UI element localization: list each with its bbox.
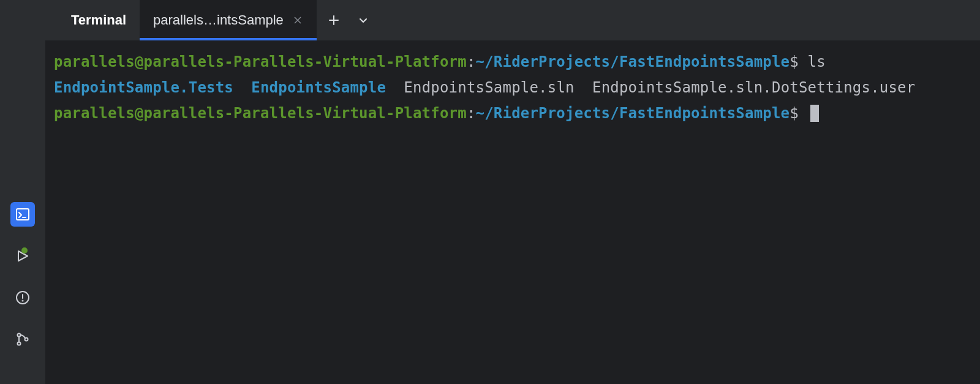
terminal-cursor	[810, 105, 819, 122]
prompt-path: ~/RiderProjects/FastEndpointsSample	[476, 105, 790, 122]
ls-entry-file: EndpointsSample.sln.DotSettings.user	[592, 79, 915, 96]
svg-point-4	[23, 301, 23, 301]
problems-tool-button[interactable]	[10, 285, 35, 310]
prompt-separator: :	[467, 53, 476, 70]
terminal-session-tab[interactable]: parallels…intsSample	[140, 0, 317, 40]
terminal-panel: Terminal parallels…intsSample	[45, 0, 980, 384]
run-tool-button[interactable]	[10, 244, 35, 268]
svg-rect-0	[17, 209, 29, 220]
ls-entry-dir: EndpointsSample	[251, 79, 386, 96]
prompt-user: parallels@parallels-Parallels-Virtual-Pl…	[54, 105, 467, 122]
new-terminal-button[interactable]	[322, 8, 346, 32]
prompt-dollar: $	[790, 53, 799, 70]
command-text: ls	[808, 53, 826, 70]
tool-window-sidebar	[0, 0, 45, 384]
close-icon[interactable]	[292, 15, 303, 26]
terminal-output[interactable]: parallels@parallels-Parallels-Virtual-Pl…	[45, 40, 980, 384]
prompt-path: ~/RiderProjects/FastEndpointsSample	[476, 53, 790, 70]
ls-entry-dir: EndpointSample.Tests	[54, 79, 233, 96]
terminal-tool-button[interactable]	[10, 202, 35, 227]
prompt-dollar: $	[790, 105, 799, 122]
terminal-title-tab[interactable]: Terminal	[58, 0, 140, 40]
terminal-tab-bar: Terminal parallels…intsSample	[45, 0, 980, 40]
terminal-session-label: parallels…intsSample	[153, 12, 284, 28]
prompt-separator: :	[467, 105, 476, 122]
terminal-options-dropdown[interactable]	[351, 8, 375, 32]
run-indicator-dot	[21, 247, 28, 254]
terminal-tab-actions	[322, 8, 375, 32]
terminal-title-label: Terminal	[71, 12, 126, 28]
prompt-user: parallels@parallels-Parallels-Virtual-Pl…	[54, 53, 467, 70]
ls-entry-file: EndpointsSample.sln	[404, 79, 574, 96]
git-tool-button[interactable]	[10, 327, 35, 352]
